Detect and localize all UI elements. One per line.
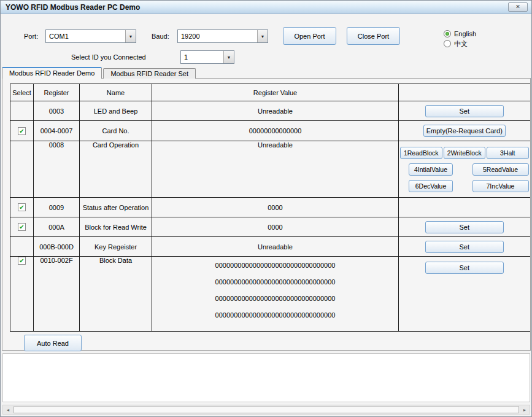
row-checkbox[interactable]: ✔	[18, 257, 26, 265]
actions-cell	[399, 198, 530, 217]
row-checkbox[interactable]: ✔	[18, 203, 26, 211]
header-register-value: Register Value	[152, 84, 399, 101]
device-id-select[interactable]: 1 ▼	[180, 50, 234, 64]
close-button[interactable]: ✕	[508, 2, 528, 12]
header-select: Select	[10, 84, 34, 101]
block-data-lines: 00000000000000000000000000000000 0000000…	[152, 257, 398, 319]
app-window: YOWO RFID Modbus Reader PC Demo ✕ Port: …	[0, 0, 532, 417]
set-button-block-data[interactable]: Set	[425, 262, 504, 274]
halt-button[interactable]: 3Halt	[487, 147, 529, 159]
row-checkbox[interactable]: ✔	[18, 127, 26, 135]
register-table: Select Register Name Register Value 0003…	[10, 84, 530, 332]
check-icon: ✔	[19, 224, 24, 230]
register-cell: 000B-000D	[34, 237, 80, 257]
table-row: ✔ 0010-002F Block Data 00000000000000000…	[10, 257, 530, 332]
check-icon: ✔	[19, 257, 24, 264]
radio-english[interactable]: English	[444, 29, 499, 39]
header-actions	[399, 84, 530, 101]
value-cell: Unreadable	[152, 141, 399, 198]
tab-reader-set[interactable]: Modbus RFID Reader Set	[103, 68, 196, 79]
actions-cell: Set	[399, 217, 530, 237]
value-cell: 00000000000000000000000000000000 0000000…	[152, 257, 399, 332]
value-cell: 00000000000000	[152, 121, 399, 141]
select-id-label: Select ID you Connected	[71, 53, 146, 61]
actions-cell: Empty(Re-Request Card)	[399, 121, 530, 141]
register-cell: 000A	[34, 217, 80, 237]
baud-value: 19200	[178, 30, 257, 42]
select-cell: ✔	[10, 217, 34, 237]
name-cell: Block for Read Write	[80, 217, 152, 237]
radio-unselected-icon	[444, 40, 451, 47]
empty-rerequest-card-button[interactable]: Empty(Re-Request Card)	[423, 125, 506, 137]
window-title: YOWO RFID Modbus Reader PC Demo	[6, 3, 140, 12]
radio-english-label: English	[454, 30, 476, 37]
dec-value-button[interactable]: 6DecValue	[409, 180, 453, 192]
reader-demo-panel: Select Register Name Register Value 0003…	[2, 78, 531, 351]
scrollbar-thumb[interactable]	[13, 406, 519, 413]
set-button-key-register[interactable]: Set	[425, 241, 504, 253]
read-block-button[interactable]: 1ReadBlock	[400, 147, 442, 159]
name-cell: Card No.	[80, 121, 152, 141]
register-cell: 0010-002F	[34, 257, 80, 332]
name-cell: LED and Beep	[80, 101, 152, 121]
select-cell: ✔	[10, 121, 34, 141]
device-id-value: 1	[181, 51, 223, 63]
value-cell: Unreadable	[152, 101, 399, 121]
chevron-down-icon: ▼	[125, 30, 136, 42]
value-cell: 0000	[152, 198, 399, 217]
register-cell: 0004-0007	[34, 121, 80, 141]
select-cell	[10, 101, 34, 121]
row-checkbox[interactable]: ✔	[18, 223, 26, 231]
set-button-block-rw[interactable]: Set	[425, 221, 504, 233]
horizontal-scrollbar[interactable]: ◄ ►	[2, 405, 530, 415]
chevron-down-icon: ▼	[223, 51, 234, 63]
chevron-down-icon: ▼	[257, 30, 268, 42]
open-port-button[interactable]: Open Port	[283, 27, 336, 45]
value-cell: Unreadable	[152, 237, 399, 257]
select-cell: ✔	[10, 257, 34, 332]
titlebar: YOWO RFID Modbus Reader PC Demo	[1, 1, 531, 14]
initial-value-button[interactable]: 4IntialValue	[409, 163, 453, 176]
table-row: ✔ 0004-0007 Card No. 00000000000000 Empt…	[10, 121, 530, 141]
name-cell: Card Operation	[80, 141, 152, 198]
port-value: COM1	[46, 30, 125, 42]
log-output[interactable]	[2, 353, 530, 402]
tab-bar: Modbus RFID Reader Demo Modbus RFID Read…	[2, 67, 197, 79]
write-block-button[interactable]: 2WriteBlock	[444, 147, 486, 159]
tab-reader-demo[interactable]: Modbus RFID Reader Demo	[2, 67, 102, 79]
check-icon: ✔	[19, 204, 24, 211]
close-icon: ✕	[515, 4, 520, 10]
actions-cell: Set	[399, 257, 530, 332]
table-row: ✔ 0009 Status after Operation 0000	[10, 198, 530, 217]
select-cell	[10, 141, 34, 198]
radio-selected-icon	[444, 30, 451, 37]
language-radio-group: English 中文	[444, 29, 499, 49]
register-cell: 0008	[34, 141, 80, 198]
value-cell: 0000	[152, 217, 399, 237]
radio-chinese[interactable]: 中文	[444, 39, 499, 49]
actions-cell: 1ReadBlock 2WriteBlock 3Halt 4IntialValu…	[399, 141, 530, 198]
port-select[interactable]: COM1 ▼	[45, 29, 136, 43]
inc-value-button[interactable]: 7IncValue	[472, 180, 529, 192]
baud-label: Baud:	[152, 33, 169, 40]
register-cell: 0003	[34, 101, 80, 121]
auto-read-button[interactable]: Auto Read	[24, 335, 82, 351]
scroll-left-icon[interactable]: ◄	[3, 405, 13, 414]
header-register: Register	[34, 84, 80, 101]
register-cell: 0009	[34, 198, 80, 217]
baud-select[interactable]: 19200 ▼	[177, 29, 268, 43]
table-row: 0008 Card Operation Unreadable 1ReadBloc…	[10, 141, 530, 198]
name-cell: Block Data	[80, 257, 152, 332]
set-button-led-beep[interactable]: Set	[425, 105, 504, 117]
select-cell	[10, 237, 34, 257]
name-cell: Status after Operation	[80, 198, 152, 217]
port-label: Port:	[24, 33, 38, 40]
table-row: ✔ 000A Block for Read Write 0000 Set	[10, 217, 530, 237]
table-row: 0003 LED and Beep Unreadable Set	[10, 101, 530, 121]
close-port-button[interactable]: Close Port	[347, 27, 400, 45]
scroll-right-icon[interactable]: ►	[520, 405, 530, 414]
check-icon: ✔	[19, 128, 24, 134]
actions-cell: Set	[399, 237, 530, 257]
radio-chinese-label: 中文	[454, 39, 468, 49]
read-value-button[interactable]: 5ReadValue	[472, 163, 529, 176]
